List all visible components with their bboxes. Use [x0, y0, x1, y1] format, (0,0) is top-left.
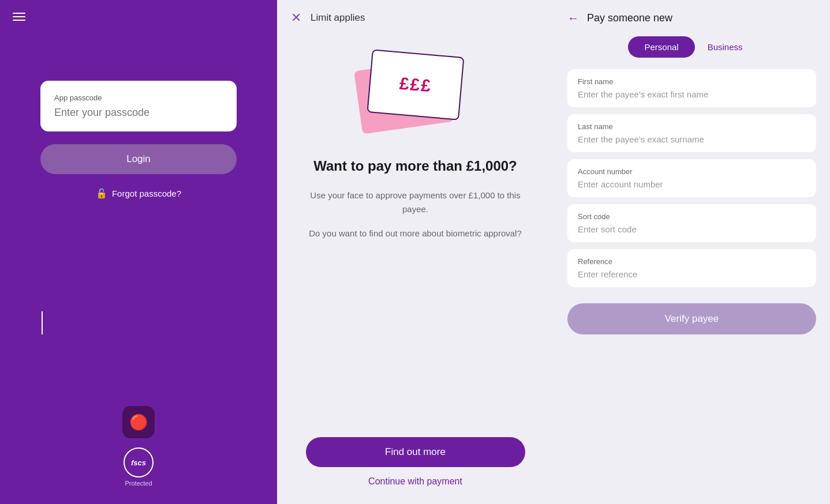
fscs-circle: fscs	[124, 447, 154, 477]
fscs-badge: fscs Protected	[124, 447, 154, 487]
app-icon-graphic: 🔴	[129, 413, 148, 431]
first-name-label: First name	[578, 77, 806, 86]
account-number-label: Account number	[578, 167, 806, 176]
fscs-text: fscs	[131, 458, 146, 467]
fscs-protected-label: Protected	[125, 480, 152, 487]
last-name-label: Last name	[578, 122, 806, 131]
limit-desc-1: Use your face to approve payments over £…	[291, 189, 540, 216]
passcode-card: App passcode	[40, 81, 237, 131]
back-icon[interactable]: ←	[567, 12, 579, 25]
find-out-more-button[interactable]: Find out more	[306, 437, 525, 467]
login-button[interactable]: Login	[40, 144, 237, 174]
last-name-placeholder: Enter the payee's exact surname	[578, 134, 806, 144]
last-name-field[interactable]: Last name Enter the payee's exact surnam…	[567, 114, 816, 152]
first-name-field[interactable]: First name Enter the payee's exact first…	[567, 69, 816, 107]
sort-code-field[interactable]: Sort code Enter sort code	[567, 204, 816, 242]
passcode-input[interactable]	[54, 107, 223, 119]
pay-form-fields: First name Enter the payee's exact first…	[567, 69, 816, 492]
money-illustration: £££	[352, 47, 479, 140]
login-panel: App passcode Login 🔓 Forgot passcode? 🔴 …	[0, 0, 277, 504]
verify-payee-button[interactable]: Verify payee	[567, 303, 816, 334]
bottom-section: 🔴 fscs Protected	[122, 406, 155, 487]
account-number-field[interactable]: Account number Enter account number	[567, 159, 816, 197]
tab-business[interactable]: Business	[695, 36, 756, 58]
forgot-passcode-link[interactable]: 🔓 Forgot passcode?	[96, 188, 181, 199]
reference-placeholder: Enter reference	[578, 269, 806, 279]
first-name-placeholder: Enter the payee's exact first name	[578, 89, 806, 99]
forgot-passcode-text: Forgot passcode?	[112, 189, 181, 198]
card-front-decoration: £££	[367, 49, 464, 121]
cursor-line	[42, 311, 43, 334]
reference-label: Reference	[578, 257, 806, 266]
reference-field[interactable]: Reference Enter reference	[567, 249, 816, 287]
limit-desc-2: Do you want to find out more about biome…	[303, 227, 528, 240]
sort-code-placeholder: Enter sort code	[578, 224, 806, 234]
close-icon[interactable]: ✕	[291, 12, 301, 24]
limit-panel-title: Limit applies	[311, 12, 365, 24]
app-icon: 🔴	[122, 406, 155, 438]
limit-panel-header: ✕ Limit applies	[291, 12, 540, 24]
limit-applies-panel: ✕ Limit applies £££ Want to pay more tha…	[277, 0, 554, 504]
continue-with-payment-button[interactable]: Continue with payment	[368, 476, 462, 487]
passcode-label: App passcode	[54, 93, 223, 102]
sort-code-label: Sort code	[578, 212, 806, 221]
limit-heading: Want to pay more than £1,000?	[313, 157, 517, 175]
lock-icon: 🔓	[96, 188, 107, 199]
account-number-placeholder: Enter account number	[578, 179, 806, 189]
hamburger-menu-icon[interactable]	[13, 13, 25, 21]
tab-personal[interactable]: Personal	[628, 36, 694, 58]
pay-panel-title: Pay someone new	[587, 12, 672, 24]
login-content: App passcode Login 🔓 Forgot passcode?	[12, 81, 266, 199]
pound-signs: £££	[398, 74, 432, 96]
pay-someone-new-panel: ← Pay someone new Personal Business Firs…	[554, 0, 830, 504]
pay-panel-header: ← Pay someone new	[567, 12, 816, 25]
account-type-tabs: Personal Business	[628, 36, 755, 58]
